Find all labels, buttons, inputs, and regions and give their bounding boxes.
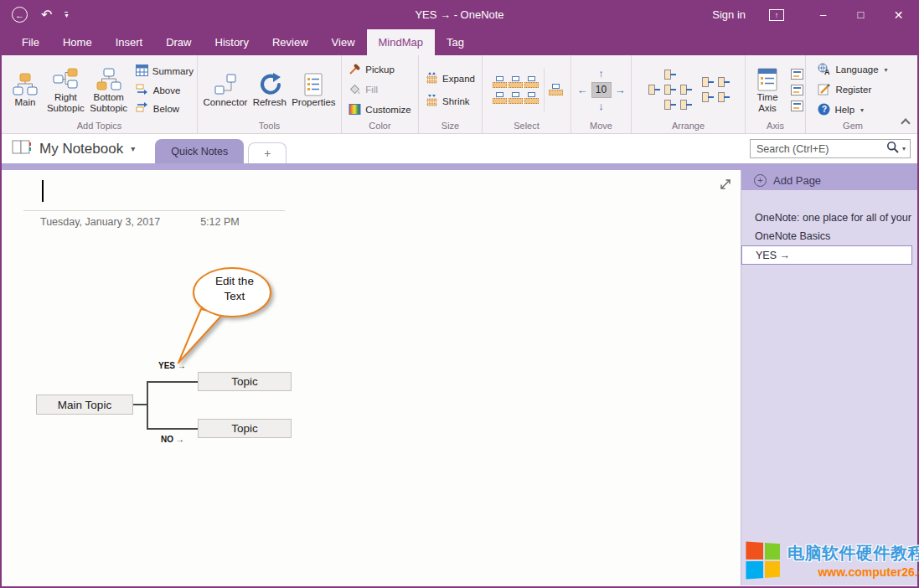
minimize-button[interactable]: –	[804, 0, 842, 29]
bottom-subtopic-button[interactable]: Bottom Subtopic	[86, 65, 132, 114]
notebook-selector[interactable]: My Notebook ▾	[12, 134, 135, 163]
move-left-icon[interactable]: ←	[577, 85, 588, 95]
main-topic-button[interactable]: Main	[5, 70, 45, 108]
shrink-label: Shrink	[442, 96, 470, 106]
page-date: Tuesday, January 3, 2017	[40, 216, 160, 228]
select-tree-icon[interactable]	[493, 76, 506, 88]
new-axis-icon[interactable]	[791, 69, 803, 80]
group-label-select: Select	[483, 121, 571, 133]
select-branch-icon[interactable]	[509, 76, 522, 88]
spread-left-icon[interactable]	[701, 91, 714, 103]
callout-text: Edit the Text	[196, 274, 273, 303]
close-button[interactable]: ✕	[880, 0, 917, 29]
refresh-label: Refresh	[253, 97, 287, 108]
select-level-icon[interactable]	[524, 92, 538, 104]
above-button[interactable]: Above	[136, 84, 194, 96]
align-axis-icon[interactable]	[791, 85, 803, 95]
collapse-ribbon-icon[interactable]	[901, 118, 910, 127]
tab-draw[interactable]: Draw	[154, 29, 203, 55]
customize-button[interactable]: Customize	[348, 103, 410, 117]
select-node-icon[interactable]	[524, 76, 538, 88]
stack-vertical-icon[interactable]	[717, 76, 730, 88]
branch-label-yes[interactable]: YES →	[158, 361, 186, 370]
tab-mindmap[interactable]: MindMap	[367, 29, 435, 55]
connector-top-branch	[147, 381, 199, 383]
spread-right-icon[interactable]	[717, 91, 730, 103]
refresh-button[interactable]: Refresh	[250, 70, 290, 108]
align-left-icon[interactable]	[648, 84, 660, 95]
back-icon[interactable]: ←	[12, 7, 28, 23]
tab-review[interactable]: Review	[261, 29, 320, 55]
expand-button[interactable]: Expand	[426, 71, 475, 85]
branch-label-no[interactable]: NO →	[161, 435, 184, 444]
search-input[interactable]	[751, 143, 886, 155]
help-button[interactable]: ? Help ▾	[818, 103, 887, 117]
tab-tag[interactable]: Tag	[435, 29, 476, 55]
tab-file[interactable]: File	[10, 29, 51, 55]
add-axis-item-icon[interactable]	[791, 101, 803, 111]
pickup-button[interactable]: Pickup	[348, 63, 410, 77]
pickup-label: Pickup	[365, 64, 395, 75]
color-palette-icon	[348, 103, 361, 117]
summary-button[interactable]: Summary	[136, 64, 194, 78]
distribute-horizontal-icon[interactable]	[701, 76, 714, 88]
move-down-icon[interactable]: ↓	[598, 101, 604, 111]
ribbon-group-arrange: Arrange	[632, 55, 746, 133]
paint-bucket-icon	[348, 83, 361, 97]
move-right-icon[interactable]: →	[615, 85, 626, 95]
sign-in-button[interactable]: Sign in	[712, 8, 746, 21]
shrink-button[interactable]: Shrink	[426, 94, 475, 108]
properties-button[interactable]: Properties	[290, 70, 338, 108]
page-title-underline	[23, 210, 285, 211]
fill-label: Fill	[365, 85, 378, 95]
new-section-button[interactable]: +	[248, 142, 287, 163]
align-top-icon[interactable]	[663, 69, 676, 80]
align-bottom-icon[interactable]	[663, 99, 676, 111]
fill-button[interactable]: Fill	[348, 83, 410, 97]
ribbon-display-options-icon[interactable]: ↑	[769, 9, 784, 21]
search-box: ▾	[750, 139, 911, 158]
expand-page-icon[interactable]	[719, 178, 732, 194]
register-button[interactable]: Register	[818, 83, 887, 97]
page-item-yes-selected[interactable]: YES →	[741, 245, 912, 265]
maximize-button[interactable]: □	[842, 0, 880, 29]
tab-insert[interactable]: Insert	[104, 29, 155, 55]
tab-home[interactable]: Home	[51, 29, 104, 55]
select-children-icon[interactable]	[509, 92, 522, 104]
section-tab-quick-notes[interactable]: Quick Notes	[155, 139, 244, 163]
connector-button[interactable]: Connector	[201, 70, 250, 108]
quick-access-toolbar-caret-icon[interactable]: ▾	[65, 12, 68, 18]
select-all-icon[interactable]	[549, 84, 562, 95]
summary-label: Summary	[152, 66, 194, 76]
summary-icon	[136, 64, 148, 78]
language-button[interactable]: A Language ▾	[818, 63, 887, 77]
windows-logo-icon	[746, 542, 780, 580]
search-icon[interactable]	[886, 141, 899, 157]
align-middle-icon[interactable]	[679, 99, 692, 111]
undo-icon[interactable]: ↶	[41, 8, 52, 22]
page-item-onenote-basics[interactable]: OneNote Basics	[741, 227, 917, 245]
tab-history[interactable]: History	[204, 29, 261, 55]
below-button[interactable]: Below	[136, 102, 194, 115]
tab-view[interactable]: View	[320, 29, 367, 55]
add-page-label: Add Page	[773, 174, 821, 187]
move-up-icon[interactable]: ↑	[598, 68, 604, 79]
align-right-icon[interactable]	[679, 84, 692, 95]
text-cursor	[42, 180, 44, 202]
search-scope-caret-icon[interactable]: ▾	[902, 145, 906, 152]
main-topic-node[interactable]: Main Topic	[36, 395, 133, 415]
ribbon: Main Right Subtopic Bottom Subtopic	[2, 55, 917, 134]
time-axis-button[interactable]: Time Axis	[747, 65, 787, 114]
right-subtopic-button[interactable]: Right Subtopic	[45, 65, 86, 114]
ribbon-group-add-topics: Main Right Subtopic Bottom Subtopic	[2, 55, 198, 133]
select-siblings-icon[interactable]	[493, 92, 506, 104]
add-page-button[interactable]: + Add Page	[741, 170, 917, 190]
align-center-icon[interactable]	[663, 84, 676, 95]
move-step-value[interactable]: 10	[591, 82, 612, 98]
page-canvas[interactable]: Tuesday, January 3, 2017 5:12 PM Edit th…	[2, 170, 741, 585]
notebook-icon	[12, 139, 32, 158]
page-item-onenote-intro[interactable]: OneNote: one place for all of your	[741, 209, 917, 227]
below-icon	[136, 102, 149, 115]
topic-node-top[interactable]: Topic	[198, 372, 292, 391]
topic-node-bottom[interactable]: Topic	[198, 419, 292, 438]
